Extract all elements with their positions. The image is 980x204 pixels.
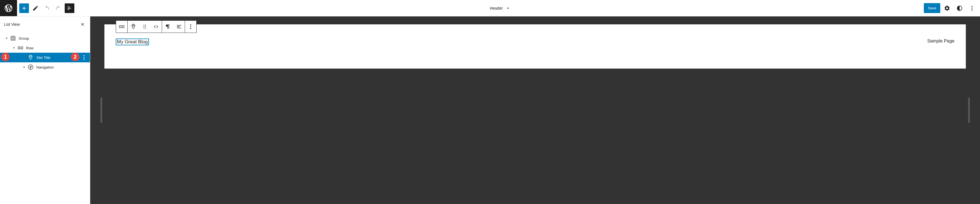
svg-point-8 [83,57,84,58]
kebab-icon [969,5,975,11]
undo-button[interactable] [42,3,52,13]
list-view-panel: List View 1 2 GroupRowSite TitleNavigati… [0,16,90,204]
navigation-icon [27,64,34,71]
document-title: Header [490,6,503,11]
tree-item-label: Navigation [36,65,88,70]
row-block-icon [119,24,125,30]
svg-rect-3 [11,36,15,41]
svg-point-18 [145,28,146,28]
svg-point-0 [972,6,973,7]
wordpress-icon [4,4,13,13]
block-toolbar [116,21,197,33]
align-button[interactable] [173,21,185,33]
paragraph-button[interactable] [162,21,173,33]
header-template-page[interactable]: My Great Blog Sample Page [104,24,966,68]
tree-toggle[interactable] [21,64,27,70]
editor-canvas[interactable]: My Great Blog Sample Page [90,16,980,204]
pilcrow-icon [165,24,171,30]
drag-icon [142,24,148,30]
kebab-icon [188,24,194,30]
drag-handle-button[interactable] [139,21,150,33]
list-view-title: List View [4,22,20,27]
tree-toggle[interactable] [11,45,17,51]
select-parent-button[interactable] [128,21,139,33]
tree-item-options-button[interactable] [80,53,88,62]
plus-icon [21,5,27,11]
list-view-header: List View [0,16,90,32]
svg-point-16 [145,26,146,27]
gear-icon [944,5,950,11]
save-button[interactable]: Save [924,3,940,13]
scrollbar-handle-right[interactable] [968,98,970,123]
block-tree: 1 2 GroupRowSite TitleNavigation [0,32,90,73]
close-icon [80,22,85,27]
tree-toggle[interactable] [3,35,10,41]
svg-point-7 [83,55,84,56]
more-options-button[interactable] [966,3,978,14]
site-title-icon [27,54,34,61]
redo-icon [55,5,61,11]
annotation-badge-2: 2 [71,53,80,61]
pin-icon [130,24,137,30]
topbar-right-tools: Save [924,0,980,16]
tree-item-group[interactable]: Group [0,33,90,43]
editor-main: List View 1 2 GroupRowSite TitleNavigati… [0,16,980,204]
chevrons-icon [153,24,159,30]
scrollbar-handle-left[interactable] [100,98,102,123]
block-type-button[interactable] [116,21,127,33]
svg-point-10 [29,65,33,70]
svg-point-1 [972,8,973,9]
tree-item-label: Group [19,36,88,41]
document-title-area[interactable]: Header [76,0,924,16]
svg-point-14 [145,25,146,25]
editor-topbar: Header Save [0,0,980,16]
svg-point-9 [83,59,84,60]
svg-rect-5 [18,47,20,49]
svg-rect-11 [119,25,121,27]
close-list-view-button[interactable] [79,21,86,28]
svg-point-19 [190,24,191,25]
pencil-icon [32,5,38,11]
list-view-icon [67,5,73,11]
navigation-link[interactable]: Sample Page [927,38,955,44]
edit-tool-button[interactable] [31,3,40,13]
styles-button[interactable] [954,3,965,14]
site-title-block[interactable]: My Great Blog [116,38,149,45]
tree-item-navigation[interactable]: Navigation [0,62,90,72]
undo-icon [44,5,50,11]
tree-item-label: Row [26,46,88,50]
svg-point-2 [972,9,973,11]
topbar-left-tools [17,0,76,16]
group-icon [10,35,16,42]
move-button[interactable] [150,21,162,33]
tree-toggle [21,54,27,61]
svg-point-17 [143,28,145,28]
redo-button[interactable] [53,3,63,13]
align-icon [176,24,182,30]
chevron-down-icon [505,5,511,11]
svg-rect-4 [12,37,14,39]
tree-item-row[interactable]: Row [0,43,90,53]
add-block-button[interactable] [19,3,29,13]
settings-button[interactable] [942,3,953,14]
svg-rect-12 [122,25,124,27]
svg-point-15 [143,26,145,27]
svg-point-20 [190,26,191,27]
row-icon [17,44,24,51]
annotation-badge-1: 1 [1,53,10,61]
block-more-button[interactable] [185,21,196,33]
svg-point-13 [143,25,145,25]
contrast-icon [956,5,963,11]
svg-point-21 [190,28,191,29]
svg-rect-6 [21,47,23,49]
list-view-toggle-button[interactable] [65,3,74,13]
wordpress-logo[interactable] [0,0,17,16]
